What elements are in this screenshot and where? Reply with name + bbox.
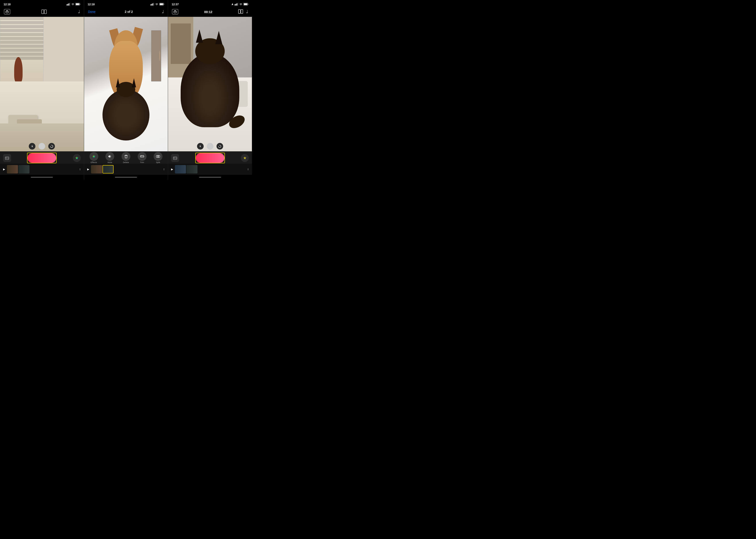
status-time-2: 12:18 — [88, 3, 95, 6]
wifi-icon-1 — [71, 3, 74, 6]
play-btn-2[interactable]: ▶ — [87, 168, 89, 171]
speaker-icon — [105, 152, 114, 161]
bed-scene-1 — [0, 81, 84, 151]
svg-rect-1 — [67, 4, 68, 6]
svg-rect-21 — [235, 4, 235, 6]
flash-btn-1[interactable] — [29, 143, 36, 150]
gallery-btn-1[interactable] — [3, 154, 11, 162]
home-bar-1 — [31, 177, 53, 178]
svg-rect-15 — [154, 3, 154, 6]
svg-rect-23 — [237, 3, 237, 6]
battery-icon-1 — [75, 3, 80, 6]
record-row-1: ★ — [0, 151, 84, 164]
svg-rect-12 — [150, 4, 151, 6]
trim-icon — [138, 152, 146, 161]
signal-icon-1 — [67, 3, 70, 6]
cat-body-3 — [181, 53, 239, 127]
flash-btn-3[interactable] — [197, 143, 204, 150]
trim-label: Trim — [140, 161, 144, 164]
mute-btn[interactable]: Mute — [105, 152, 114, 164]
timeline-2: ▶ ↑ — [84, 164, 168, 175]
svg-rect-26 — [244, 4, 247, 5]
svg-rect-14 — [152, 3, 153, 6]
mode-dot-3[interactable] — [207, 143, 213, 150]
camera-roll-icon-3[interactable] — [172, 9, 178, 14]
home-bar-2 — [115, 177, 137, 178]
layout-icon-1[interactable] — [42, 10, 47, 14]
svg-rect-3 — [69, 3, 70, 6]
svg-point-32 — [174, 158, 175, 158]
svg-rect-19 — [156, 156, 158, 157]
split-btn[interactable]: Split — [154, 152, 162, 164]
timeline-thumb-3b — [186, 165, 198, 174]
timeline-track-3[interactable] — [175, 165, 245, 174]
top-bar-3: 00:12 ♩ — [168, 8, 252, 17]
mode-dot-1[interactable] — [39, 143, 45, 150]
camera-roll-icon[interactable] — [4, 9, 10, 14]
battery-icon-3 — [243, 3, 248, 6]
timeline-track-2[interactable] — [91, 165, 162, 174]
camera-controls-overlay-1 — [29, 143, 55, 150]
record-btn-highlight-3[interactable] — [195, 153, 225, 163]
svg-rect-24 — [238, 3, 238, 6]
record-capsule-1[interactable] — [28, 153, 56, 163]
video-area-1 — [0, 17, 84, 151]
status-bar-2: 12:18 — [84, 0, 168, 8]
video-area-2 — [84, 17, 168, 151]
status-icons-1 — [67, 3, 80, 6]
top-center-icons-1 — [42, 10, 47, 14]
music-icon-3[interactable]: ♩ — [246, 9, 248, 14]
camera-controls-overlay-3 — [197, 143, 223, 150]
gallery-btn-3[interactable] — [171, 154, 179, 162]
door — [151, 30, 161, 81]
rotate-btn-3[interactable] — [216, 143, 223, 150]
svg-rect-9 — [44, 10, 46, 14]
trim-btn[interactable]: Trim — [138, 152, 146, 164]
effects-icon: ★ — [89, 152, 98, 161]
timeline-track-1[interactable] — [7, 165, 77, 174]
layout-icon-3[interactable] — [238, 9, 243, 14]
video-area-3 — [168, 17, 252, 151]
svg-rect-0 — [67, 4, 67, 6]
record-btn-highlight-1[interactable] — [27, 153, 57, 163]
share-btn-2[interactable]: ↑ — [163, 168, 165, 171]
effects-label: Effects — [91, 161, 97, 164]
svg-rect-20 — [158, 156, 160, 157]
top-bar-1: ♩ — [0, 8, 84, 17]
done-btn[interactable]: Done — [88, 10, 95, 14]
share-btn-1[interactable]: ↑ — [79, 168, 81, 171]
music-icon-2[interactable]: ♩ — [162, 9, 164, 14]
signal-icon-3 — [235, 3, 238, 6]
share-btn-3[interactable]: ↑ — [247, 168, 249, 171]
timeline-thumb-2b — [103, 165, 114, 174]
doorknob — [159, 51, 160, 61]
play-btn-1[interactable]: ▶ — [3, 168, 5, 171]
svg-rect-13 — [152, 4, 152, 6]
status-bar-1: 12:18 — [0, 0, 84, 8]
phone-panel-2: 12:18 Done 2 of 2 ♩ — [84, 0, 168, 180]
svg-rect-17 — [160, 4, 163, 5]
effects-star-btn-3[interactable]: ★ — [241, 154, 249, 162]
phone-panel-3: 12:37 — [168, 0, 252, 180]
home-indicator-1 — [0, 175, 84, 180]
status-time-3: 12:37 — [172, 3, 179, 6]
effects-btn[interactable]: ★ Effects — [89, 152, 98, 164]
rotate-btn-1[interactable] — [48, 143, 55, 150]
timer-display: 00:12 — [204, 10, 212, 14]
svg-rect-8 — [42, 10, 44, 14]
play-btn-3[interactable]: ▶ — [171, 168, 173, 171]
record-capsule-3[interactable] — [196, 153, 224, 163]
svg-point-11 — [6, 158, 7, 158]
music-icon-1[interactable]: ♩ — [78, 9, 80, 14]
phone-panel-1: 12:18 — [0, 0, 84, 180]
wifi-icon-3 — [239, 3, 242, 6]
split-icon — [154, 152, 162, 161]
delete-btn[interactable]: Delete — [122, 152, 130, 164]
delete-label: Delete — [123, 161, 129, 164]
status-bar-3: 12:37 — [168, 0, 252, 8]
room-wall — [43, 17, 84, 91]
svg-rect-22 — [236, 4, 236, 6]
controls-section-2: ★ Effects Mute Delet — [84, 151, 168, 180]
effects-star-btn-1[interactable]: ★ — [73, 154, 81, 162]
svg-rect-5 — [76, 4, 79, 5]
